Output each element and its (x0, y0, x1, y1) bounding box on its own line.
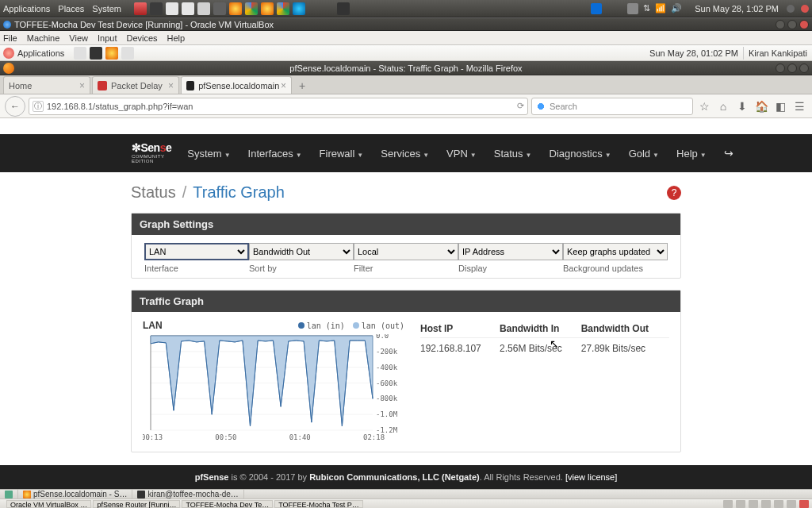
vbox-status-icon[interactable] (787, 500, 796, 508)
select-sort-by[interactable]: Bandwidth Out (249, 243, 354, 260)
vbox-menu-devices[interactable]: Devices (126, 33, 157, 43)
sidebar-icon[interactable]: ◧ (772, 98, 788, 114)
vbox-status-icon[interactable] (736, 500, 745, 508)
hamburger-menu-icon[interactable]: ☰ (791, 98, 807, 114)
help-icon[interactable]: ? (667, 186, 681, 200)
select-interface[interactable]: LAN (144, 243, 249, 260)
search-bar[interactable]: Search (531, 98, 693, 115)
logout-icon[interactable]: ↪ (724, 147, 733, 160)
pocket-icon[interactable]: ⌂ (715, 98, 731, 114)
select-filter[interactable]: Local (354, 243, 458, 260)
identity-icon[interactable]: ⓘ (33, 101, 44, 112)
browser-tab-pfsense[interactable]: pfSense.localdomain - … × (181, 76, 292, 94)
minimize-button[interactable] (776, 20, 785, 29)
breadcrumb-parent[interactable]: Status (131, 183, 176, 202)
volume-icon[interactable]: 🔊 (671, 3, 682, 13)
host-menu-system[interactable]: System (92, 4, 121, 13)
nav-help[interactable]: Help▼ (676, 148, 707, 160)
maximize-button[interactable] (787, 64, 797, 73)
host-menu-apps[interactable]: Applications (3, 4, 50, 13)
vbox-status-icon[interactable] (723, 500, 733, 508)
tray-icon[interactable] (591, 3, 602, 14)
vbox-menu-machine[interactable]: Machine (27, 33, 60, 43)
guest-user[interactable]: Kiran Kankipati (749, 48, 807, 58)
vbox-status-icon[interactable] (799, 500, 809, 508)
host-menu-places[interactable]: Places (58, 4, 84, 13)
tray-icon[interactable] (182, 2, 194, 15)
taskbar-item[interactable]: TOFFEE-Mocha Dev Te… (182, 500, 273, 508)
select-display[interactable]: IP Address (458, 243, 563, 260)
chrome-icon[interactable] (277, 2, 289, 15)
taskbar-item[interactable]: pfSense Router [Runni… (93, 500, 180, 508)
session-icon[interactable] (787, 5, 795, 13)
downloads-icon[interactable]: ⬇ (734, 98, 750, 114)
new-tab-button[interactable]: + (293, 78, 311, 94)
vbox-menu-input[interactable]: Input (98, 33, 117, 43)
breadcrumb: Status / Traffic Graph ? (131, 183, 681, 202)
chrome-icon[interactable] (245, 2, 258, 15)
breadcrumb-current[interactable]: Traffic Graph (193, 183, 285, 202)
vbox-menubar: File Machine View Input Devices Help (0, 31, 812, 45)
vbox-menu-help[interactable]: Help (167, 33, 186, 43)
close-tab-icon[interactable]: × (168, 80, 174, 91)
vbox-app-icon (3, 21, 11, 29)
tray-icon[interactable] (150, 2, 163, 15)
nav-firewall[interactable]: Firewall▼ (320, 148, 364, 160)
vbox-menu-view[interactable]: View (69, 33, 88, 43)
select-background-updates[interactable]: Keep graphs updated (563, 243, 668, 260)
svg-text:01:40: 01:40 (289, 433, 311, 441)
guest-apps-menu[interactable]: Applications (17, 48, 64, 58)
browser-tab-home[interactable]: Home × (3, 76, 90, 94)
reload-icon[interactable]: ⟳ (517, 101, 524, 111)
home-icon[interactable]: 🏠 (753, 98, 769, 114)
guest-clock[interactable]: Sun May 28, 01:02 PM (649, 48, 738, 58)
taskbar-item[interactable]: Oracle VM VirtualBox … (6, 500, 91, 508)
launcher-icon[interactable] (121, 47, 134, 60)
host-clock[interactable]: Sun May 28, 1:02 PM (695, 4, 779, 13)
firefox-icon[interactable] (261, 2, 274, 15)
taskbar-item[interactable]: TOFFEE-Mocha Test P… (274, 500, 363, 508)
nav-vpn[interactable]: VPN▼ (446, 148, 477, 160)
minimize-button[interactable] (776, 64, 785, 73)
show-desktop-button[interactable] (0, 490, 18, 498)
close-tab-icon[interactable]: × (281, 80, 286, 91)
tray-icon[interactable] (197, 2, 210, 15)
power-icon[interactable] (801, 5, 809, 13)
browser-tab-packetdelay[interactable]: Packet Delay × (92, 76, 179, 94)
back-button[interactable]: ← (5, 96, 25, 117)
traffic-graph-panel: Traffic Graph LAN lan (in) lan (out) 0.0… (131, 290, 681, 452)
skype-icon[interactable] (293, 2, 305, 15)
view-license-link[interactable]: [view license] (565, 472, 617, 482)
pfsense-brand[interactable]: ✼Sense COMMUNITY EDITION (132, 141, 171, 165)
tray-icon[interactable] (134, 2, 147, 15)
vbox-status-icon[interactable] (774, 500, 783, 508)
nav-gold[interactable]: Gold▼ (629, 148, 659, 160)
tray-icon[interactable] (627, 3, 638, 14)
vbox-status-icon[interactable] (761, 500, 771, 508)
nav-system[interactable]: System▼ (187, 148, 230, 160)
wifi-icon[interactable]: 📶 (655, 3, 666, 13)
firefox-launcher-icon[interactable] (105, 47, 118, 60)
launcher-icon[interactable] (74, 47, 86, 60)
nav-status[interactable]: Status▼ (494, 148, 532, 160)
close-tab-icon[interactable]: × (79, 80, 85, 91)
firefox-icon[interactable] (229, 2, 242, 15)
terminal-icon[interactable] (90, 47, 102, 60)
taskbar-item[interactable]: pfSense.localdomain - S… (18, 490, 132, 498)
tab-label: Packet Delay (111, 81, 163, 90)
nav-diagnostics[interactable]: Diagnostics▼ (550, 148, 611, 160)
graph-settings-panel: Graph Settings LANInterfaceBandwidth Out… (131, 213, 681, 279)
url-bar[interactable]: ⓘ 192.168.8.1/status_graph.php?if=wan ⟳ (29, 98, 528, 115)
tray-icon[interactable] (166, 2, 178, 15)
nav-services[interactable]: Services▼ (381, 148, 429, 160)
bookmark-star-icon[interactable]: ☆ (696, 98, 712, 114)
taskbar-item[interactable]: kiran@toffee-mocha-de… (132, 490, 243, 498)
close-button[interactable] (799, 64, 809, 73)
vbox-status-icon[interactable] (749, 500, 758, 508)
close-button[interactable] (799, 20, 809, 29)
tray-icon[interactable] (213, 2, 226, 15)
tray-icon[interactable] (337, 2, 350, 15)
maximize-button[interactable] (787, 20, 797, 29)
vbox-menu-file[interactable]: File (3, 33, 17, 43)
nav-interfaces[interactable]: Interfaces▼ (248, 148, 302, 160)
